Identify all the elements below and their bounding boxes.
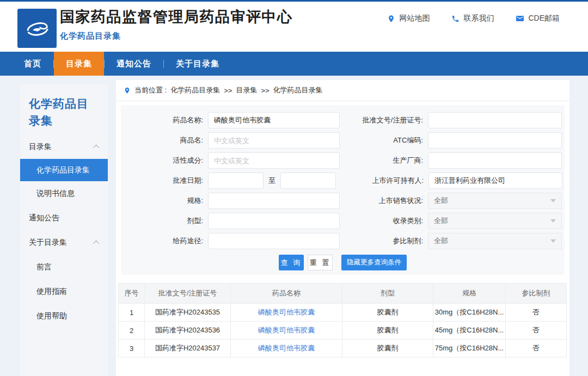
- cell-spec: 75mg（按C16H28N...: [433, 340, 506, 357]
- cell-dosage-form: 胶囊剂: [342, 322, 433, 339]
- sidebar-item-catalog-group[interactable]: 目录集: [20, 134, 108, 159]
- dosage-form-input[interactable]: [208, 213, 340, 229]
- reference-select[interactable]: 全部: [428, 233, 562, 249]
- form-row: 剂型: 收录类别: 全部: [121, 213, 565, 229]
- approval-no-label: 批准文号/注册证号:: [347, 115, 428, 125]
- sidebar-item-notices[interactable]: 通知公告: [20, 206, 108, 230]
- table-row: 3 国药准字H20243537 磷酸奥司他韦胶囊 胶囊剂 75mg（按C16H2…: [119, 340, 566, 357]
- spec-label: 规格:: [121, 196, 208, 206]
- sidebar-item-label: 通知公告: [29, 213, 59, 223]
- results-table: 序号 批准文号/注册证号 药品名称 剂型 规格 参比制剂 1 国药准字H2024…: [118, 283, 567, 357]
- approval-no-input[interactable]: [428, 112, 562, 128]
- category-select[interactable]: 全部: [428, 213, 562, 229]
- cell-reference: 否: [506, 322, 566, 339]
- contact-label: 联系我们: [463, 14, 494, 23]
- form-row: 活性成分: 生产厂商:: [121, 152, 565, 169]
- nav-catalog[interactable]: 目录集: [54, 52, 104, 76]
- nav-home[interactable]: 首页: [12, 52, 53, 76]
- chevron-up-icon: [93, 144, 99, 150]
- nav-notices[interactable]: 通知公告: [105, 52, 163, 76]
- main-content: 当前位置 : 化学药品目录集 >> 目录集 >> 化学药品目录集 药品名称: 批…: [116, 80, 569, 376]
- header-seq: 序号: [119, 283, 145, 303]
- sidebar-item-label: 使用帮助: [36, 311, 67, 321]
- cell-approval-no: 国药准字H20243537: [145, 340, 231, 357]
- map-pin-icon: [387, 15, 395, 23]
- nav-about-catalog[interactable]: 关于目录集: [164, 52, 231, 76]
- cde-mail-link[interactable]: CDE邮箱: [516, 14, 560, 23]
- form-row: 给药途径: 参比制剂: 全部: [121, 233, 565, 249]
- mah-label: 上市许可持有人:: [348, 176, 428, 186]
- mah-input[interactable]: [428, 172, 562, 189]
- manufacturer-input[interactable]: [428, 152, 562, 169]
- breadcrumb-item-catalog[interactable]: 目录集: [236, 85, 257, 95]
- cell-approval-no: 国药准字H20243535: [145, 304, 231, 321]
- category-label: 收录类别:: [347, 216, 428, 226]
- trade-name-input[interactable]: [208, 132, 340, 149]
- active-ingredient-input[interactable]: [208, 152, 340, 169]
- atc-code-label: ATC编码:: [347, 135, 428, 145]
- header-dosage-form: 剂型: [342, 283, 433, 303]
- header-approval-no: 批准文号/注册证号: [145, 283, 231, 303]
- site-title-block: 国家药品监督管理局药品审评中心 化学药品目录集: [60, 7, 293, 41]
- sidebar-item-label-info[interactable]: 说明书信息: [20, 181, 108, 206]
- breadcrumb-item-root[interactable]: 化学药品目录集: [170, 85, 220, 95]
- sidebar-item-label: 说明书信息: [36, 189, 75, 199]
- sidebar-item-help[interactable]: 使用帮助: [20, 304, 108, 328]
- search-button[interactable]: 查 询: [279, 255, 304, 270]
- cell-seq: 1: [119, 304, 145, 321]
- cell-spec: 45mg（按C16H28N...: [433, 322, 506, 339]
- cell-reference: 否: [506, 340, 566, 357]
- sidebar-item-chemical-catalog[interactable]: 化学药品目录集: [20, 159, 108, 181]
- date-range-separator: 至: [268, 176, 275, 186]
- caret-down-icon: [550, 199, 556, 202]
- phone-icon: [451, 15, 460, 23]
- contact-link[interactable]: 联系我们: [451, 14, 494, 23]
- site-subtitle: 化学药品目录集: [60, 31, 293, 41]
- cell-dosage-form: 胶囊剂: [342, 340, 433, 357]
- sidebar-item-foreword[interactable]: 前言: [20, 255, 108, 279]
- search-form: 药品名称: 批准文号/注册证号: 商品名: ATC编码: 活性成分: 生产厂商:…: [121, 105, 565, 275]
- drug-name-input[interactable]: [208, 112, 340, 128]
- market-status-label: 上市销售状况:: [347, 196, 428, 206]
- reset-button[interactable]: 重 置: [308, 255, 333, 270]
- header-utility-links: 网站地图 联系我们 CDE邮箱: [387, 14, 560, 23]
- header-drug-name: 药品名称: [231, 283, 342, 303]
- approval-date-end-input[interactable]: [280, 172, 336, 189]
- sidebar-item-user-guide[interactable]: 使用指南: [20, 279, 108, 304]
- trade-name-label: 商品名:: [121, 135, 208, 145]
- atc-code-input[interactable]: [428, 132, 562, 149]
- drug-name-link[interactable]: 磷酸奥司他韦胶囊: [258, 325, 315, 335]
- breadcrumb-separator: >>: [224, 87, 232, 95]
- sidebar-item-about-group[interactable]: 关于目录集: [20, 230, 108, 255]
- active-ingredient-label: 活性成分:: [121, 156, 208, 165]
- drug-name-link[interactable]: 磷酸奥司他韦胶囊: [258, 343, 315, 353]
- cde-mail-label: CDE邮箱: [528, 14, 560, 23]
- mail-icon: [516, 15, 524, 22]
- table-header-row: 序号 批准文号/注册证号 药品名称 剂型 规格 参比制剂: [119, 283, 566, 304]
- breadcrumb-prefix: 当前位置 :: [134, 85, 167, 95]
- form-row: 批准日期: 至 上市许可持有人:: [121, 172, 565, 189]
- sitemap-link[interactable]: 网站地图: [387, 14, 430, 23]
- form-row: 商品名: ATC编码:: [121, 132, 565, 149]
- route-label: 给药途径:: [121, 236, 208, 246]
- approval-date-label: 批准日期:: [121, 176, 208, 186]
- dosage-form-label: 剂型:: [121, 216, 208, 226]
- location-pin-icon: [124, 87, 131, 95]
- caret-down-icon: [550, 219, 556, 223]
- route-input[interactable]: [208, 233, 340, 249]
- market-status-value: 全部: [434, 196, 448, 206]
- cell-seq: 3: [119, 340, 145, 357]
- drug-name-link[interactable]: 磷酸奥司他韦胶囊: [258, 307, 315, 317]
- approval-date-start-input[interactable]: [208, 172, 264, 189]
- drug-name-label: 药品名称:: [121, 115, 208, 125]
- cde-logo: [17, 9, 57, 48]
- breadcrumb-item-current[interactable]: 化学药品目录集: [273, 85, 323, 95]
- market-status-select[interactable]: 全部: [428, 193, 562, 209]
- hide-more-filters-button[interactable]: 隐藏更多查询条件: [341, 255, 407, 270]
- chevron-up-icon: [93, 240, 99, 246]
- spec-input[interactable]: [208, 193, 340, 209]
- cell-approval-no: 国药准字H20243536: [145, 322, 231, 339]
- sidebar-item-label: 化学药品目录集: [36, 165, 90, 175]
- table-row: 2 国药准字H20243536 磷酸奥司他韦胶囊 胶囊剂 45mg（按C16H2…: [119, 322, 566, 340]
- site-header: 国家药品监督管理局药品审评中心 化学药品目录集 网站地图 联系我们 CDE邮箱: [0, 2, 588, 52]
